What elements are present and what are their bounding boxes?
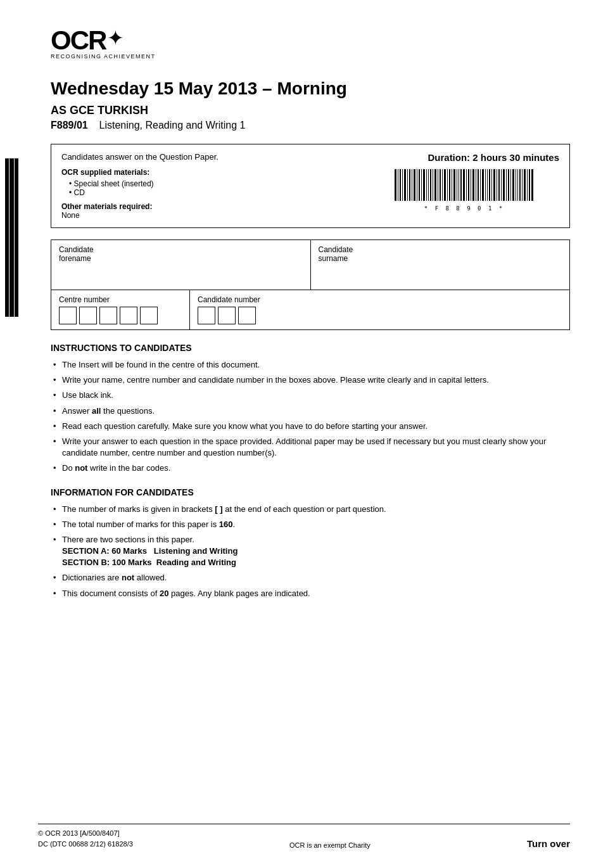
svg-rect-12 [407,169,408,201]
centre-box-1[interactable] [59,307,77,324]
svg-rect-13 [409,169,410,201]
info-1-brackets: [ ] [215,504,222,514]
info-4: Dictionaries are not allowed. [51,572,570,584]
svg-rect-55 [508,169,509,201]
svg-rect-16 [417,169,417,201]
svg-rect-65 [531,169,533,201]
svg-rect-53 [503,169,505,201]
svg-rect-8 [398,169,398,201]
svg-rect-0 [5,158,6,317]
svg-rect-20 [426,169,427,201]
svg-rect-64 [529,169,530,201]
info-5: This document consists of 20 pages. Any … [51,588,570,599]
candidate-surname-label: Candidatesurname [319,245,562,263]
info-2: The total number of marks for this paper… [51,519,570,530]
candidate-forename-input[interactable] [59,265,303,284]
centre-candidate-section: Centre number Candidate number [51,290,570,330]
candidate-number-content: Candidate number [198,295,260,324]
svg-rect-35 [460,169,462,201]
svg-rect-14 [412,169,412,201]
barcode-code: * F 8 8 9 0 1 * [424,205,504,212]
instruction-6: Write your answer to each question in th… [51,436,570,459]
instruction-3: Use black ink. [51,390,570,401]
candidate-surname-input[interactable] [319,265,562,284]
right-barcode-area: * F 8 8 9 0 1 * [369,169,559,212]
svg-rect-22 [430,169,431,201]
svg-rect-26 [440,169,441,201]
centre-box-3[interactable] [99,307,117,324]
svg-rect-40 [472,169,474,201]
ocr-logo: OCR ✦ [51,25,124,56]
other-materials-label: Other materials required: [61,202,152,211]
svg-rect-61 [522,169,522,201]
svg-rect-49 [493,169,495,201]
candidate-name-section: Candidateforename Candidatesurname [51,239,570,290]
right-barcode-svg [395,169,534,204]
svg-rect-18 [421,169,422,201]
candidate-forename-label: Candidateforename [59,245,303,263]
svg-rect-58 [516,169,516,201]
svg-rect-15 [414,169,415,201]
candidate-number-label: Candidate number [198,295,260,304]
svg-rect-24 [434,169,436,201]
svg-rect-10 [402,169,403,201]
svg-rect-29 [447,169,448,201]
course-title: F889/01 Listening, Reading and Writing 1 [51,120,570,131]
svg-rect-9 [400,169,401,201]
svg-rect-59 [517,169,518,201]
centre-number-label: Centre number [59,295,182,304]
other-materials-value: None [61,211,80,220]
ocr-supplied-list: Special sheet (inserted) CD [61,179,369,197]
svg-rect-11 [404,169,406,201]
svg-rect-25 [438,169,438,201]
main-title: Wednesday 15 May 2013 – Morning [51,79,570,99]
candidate-number-block: Candidate number [190,290,570,330]
footer-right: Turn over [527,838,570,849]
svg-rect-30 [449,169,450,201]
ocr-star-icon: ✦ [107,26,124,50]
centre-box-5[interactable] [140,307,158,324]
svg-rect-39 [471,169,471,201]
instructions-list: The Insert will be found in the centre o… [51,359,570,475]
info-5-bold: 20 [160,589,168,598]
svg-rect-47 [489,169,490,201]
ocr-supplied-label: OCR supplied materials: [61,168,149,177]
instruction-7: Do not write in the bar codes. [51,463,570,474]
svg-rect-44 [482,169,484,201]
candidates-answer: Candidates answer on the Question Paper. [61,152,369,162]
footer-left: © OCR 2013 [A/500/8407] DC (DTC 00688 2/… [38,828,133,849]
centre-box-2[interactable] [79,307,97,324]
centre-number-block: Centre number [51,290,190,330]
information-title: INFORMATION FOR CANDIDATES [51,487,570,497]
other-materials: Other materials required: None [61,202,369,220]
svg-rect-56 [510,169,511,201]
instructions-title: INSTRUCTIONS TO CANDIDATES [51,343,570,353]
svg-rect-62 [524,169,526,201]
instruction-4: Answer all the questions. [51,405,570,417]
svg-rect-1 [7,158,8,317]
exam-page: * 1 E 9 0 1 6 1 3 1 * OCR ✦ RECOGNISING … [0,0,608,868]
candidate-box-1[interactable] [198,307,215,324]
section-b: SECTION B: 100 Marks Reading and Writing [62,558,236,567]
ocr-subtitle: RECOGNISING ACHIEVEMENT [51,53,156,60]
sub-title: AS GCE TURKISH [51,104,570,117]
svg-rect-48 [491,169,492,201]
svg-rect-38 [468,169,469,201]
svg-rect-23 [433,169,433,201]
centre-box-4[interactable] [120,307,137,324]
svg-rect-17 [419,169,420,201]
ocr-logo-text: OCR [51,25,106,56]
instruction-1: The Insert will be found in the centre o… [51,359,570,371]
footer-center: OCR is an exempt Charity [289,841,370,849]
svg-rect-46 [487,169,488,201]
svg-rect-21 [428,169,429,201]
left-barcode: * 1 E 9 0 1 6 1 3 1 * [5,158,19,317]
instructions-section: INSTRUCTIONS TO CANDIDATES The Insert wi… [51,343,570,475]
candidate-box-3[interactable] [238,307,256,324]
instruction-2: Write your name, centre number and candi… [51,374,570,386]
info-right: Duration: 2 hours 30 minutes [369,152,559,212]
svg-rect-32 [453,169,455,201]
candidate-box-2[interactable] [218,307,236,324]
information-section: INFORMATION FOR CANDIDATES The number of… [51,487,570,599]
list-item: Special sheet (inserted) [69,179,369,188]
